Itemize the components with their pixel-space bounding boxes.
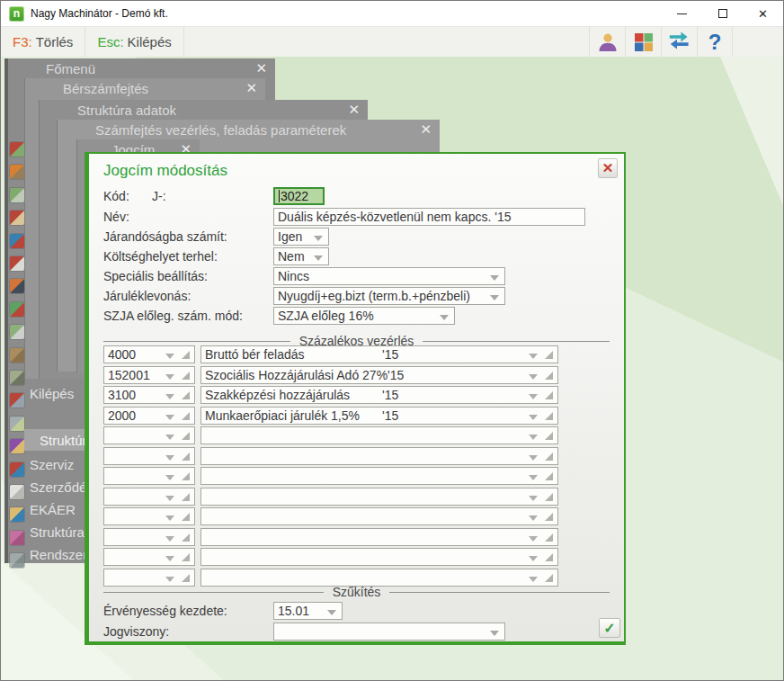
percent-code-combo[interactable]: 4000	[103, 345, 195, 363]
percent-code-combo[interactable]	[103, 426, 195, 444]
ervenyesseg-combo[interactable]: 15.01	[273, 602, 343, 620]
delete-hotkey-button[interactable]: F3: Törlés	[1, 27, 85, 57]
help-button[interactable]: ?	[697, 27, 733, 57]
parcel-icon[interactable]	[10, 348, 24, 363]
percent-name-combo[interactable]: Szakképzési hozzájárulás'15	[200, 386, 558, 404]
corner-grip-icon	[545, 412, 553, 420]
corner-grip-icon	[545, 472, 553, 480]
envelope-money-icon[interactable]	[10, 417, 24, 431]
menu-item-szerviz[interactable]: Szerviz	[30, 453, 74, 475]
corner-grip-icon	[182, 574, 190, 582]
corner-grip-icon	[182, 391, 190, 399]
percent-code-combo[interactable]	[103, 548, 195, 566]
close-icon[interactable]: ✕	[420, 121, 432, 139]
kod-input[interactable]: 3022	[273, 187, 325, 205]
chevron-down-icon	[165, 374, 174, 380]
coin-plate-icon[interactable]	[10, 211, 24, 225]
szukites-section-divider: Szűkítés	[103, 585, 610, 599]
jogviszony-combo[interactable]	[273, 623, 505, 641]
chevron-down-icon	[529, 374, 538, 380]
banknote-icon[interactable]	[10, 188, 24, 202]
menu-item-rendszer[interactable]: Rendszer	[30, 543, 87, 565]
close-icon[interactable]: ✕	[255, 59, 267, 77]
orange-book-icon[interactable]	[10, 279, 24, 293]
maximize-icon	[718, 9, 727, 18]
chevron-down-icon	[529, 394, 538, 399]
chevron-down-icon	[314, 236, 323, 241]
modules-button[interactable]	[625, 27, 661, 57]
user-button[interactable]	[589, 27, 625, 57]
percent-name-combo[interactable]: Munkaerőpiaci járulék 1,5%'15	[200, 407, 558, 425]
percent-name-combo[interactable]	[200, 426, 558, 444]
maximize-button[interactable]	[702, 1, 743, 26]
percent-code-combo[interactable]	[103, 569, 195, 587]
corner-grip-icon	[182, 372, 190, 380]
corner-grip-icon	[545, 372, 553, 380]
percent-name-combo[interactable]: Bruttó bér feladás'15	[200, 345, 558, 363]
chevron-down-icon	[529, 455, 538, 461]
percent-name-combo[interactable]	[200, 488, 558, 506]
chevron-down-icon	[327, 610, 336, 615]
percent-name-combo[interactable]	[200, 548, 558, 566]
corner-grip-icon	[182, 493, 190, 501]
basket-icon[interactable]	[10, 142, 24, 157]
confirm-button[interactable]: ✓	[599, 618, 620, 638]
chevron-down-icon	[165, 415, 174, 420]
close-icon[interactable]: ✕	[348, 101, 360, 119]
percent-name-combo[interactable]	[200, 467, 558, 485]
tools-icon[interactable]	[10, 462, 24, 477]
koltseghely-combo[interactable]: Nem	[273, 247, 329, 265]
dialog-close-button[interactable]: ✕	[598, 158, 618, 178]
money-bills-icon[interactable]	[10, 325, 24, 339]
fomenu-title: Főmenü	[46, 61, 95, 76]
pink-cube-icon[interactable]	[10, 531, 24, 545]
cart-icon[interactable]	[10, 165, 24, 179]
percent-name-combo[interactable]	[200, 528, 558, 546]
chevron-down-icon	[529, 435, 538, 440]
percent-name-combo[interactable]	[200, 569, 558, 587]
user-icon	[597, 31, 619, 53]
divider-line	[389, 592, 610, 593]
percent-name-combo[interactable]: Szociális Hozzájárulási Adó 27%'15	[200, 366, 558, 384]
person-documents-icon[interactable]	[10, 439, 24, 453]
percent-code-combo[interactable]: 2000	[103, 407, 195, 425]
divider-line	[103, 341, 290, 342]
nev-input[interactable]: Duális képzés-közvetlenül nem kapcs. '15	[273, 208, 585, 226]
bar-chart-icon[interactable]	[10, 302, 24, 317]
percent-code-combo[interactable]: 3100	[103, 386, 195, 404]
chevron-down-icon	[165, 496, 174, 501]
close-icon[interactable]: ✕	[245, 79, 257, 97]
title-bar: n Nagy Machinátor - Demó kft. ✕	[1, 1, 783, 26]
minimize-button[interactable]	[662, 1, 702, 26]
percent-name-combo[interactable]	[200, 447, 558, 465]
berszamfejtes-title: Bérszámfejtés	[63, 81, 148, 96]
specialis-combo[interactable]: Nincs	[273, 267, 505, 285]
exit-hotkey-button[interactable]: Esc: Kilépés	[85, 27, 183, 57]
red-box-documents-icon[interactable]	[10, 256, 24, 271]
percent-code-combo[interactable]	[103, 447, 195, 465]
document-icon[interactable]	[10, 485, 24, 499]
corner-grip-icon	[545, 533, 553, 542]
corner-grip-icon	[545, 453, 553, 461]
percent-code-combo[interactable]	[103, 488, 195, 506]
red-house-icon[interactable]	[10, 393, 24, 408]
menu-item-ekaer[interactable]: EKÁER	[30, 498, 76, 520]
menu-item-kilepes[interactable]: Kilépés	[30, 382, 74, 404]
percent-name-combo[interactable]	[200, 507, 558, 525]
gears-icon[interactable]	[10, 553, 24, 568]
chevron-down-icon	[529, 515, 538, 521]
switch-company-button[interactable]	[661, 27, 697, 57]
percent-code-combo[interactable]	[103, 507, 195, 525]
percent-code-combo[interactable]	[103, 467, 195, 485]
jarulek-combo[interactable]: Nyugdíj+eg.bizt (term.b.+pénzbeli)	[273, 287, 505, 305]
colored-cube-icon[interactable]	[10, 234, 24, 248]
berszamfejtes-titlebar: Bérszámfejtés ✕	[25, 78, 265, 98]
cash-stack-icon[interactable]	[10, 371, 24, 385]
jarandosagba-combo[interactable]: Igen	[273, 228, 329, 246]
szamfejtes-vezerles-title: Számfejtés vezérlés, feladás paraméterek	[95, 122, 346, 138]
percent-code-combo[interactable]: 152001	[103, 366, 195, 384]
close-button[interactable]: ✕	[743, 1, 783, 26]
percent-code-combo[interactable]	[103, 528, 195, 546]
szja-combo[interactable]: SZJA előleg 16%	[273, 307, 455, 325]
truck-icon[interactable]	[10, 507, 24, 522]
